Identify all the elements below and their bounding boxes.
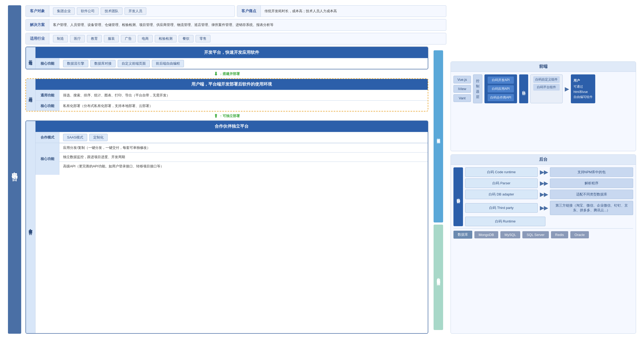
user-block: 用户端 用户端，平台端开发部署后软件的使用环境 通用功能 筛选、搜索、排序、统计… [26,79,428,111]
backend-title: 后台 [451,155,636,165]
arrow-up-icon: ⬆ [214,113,218,119]
backend-row-4: 白码 Third party ▶▶ 第三方链接（淘宝、微信、企业微信、钉钉、京东… [465,201,633,215]
customer-pain-row: 客户痛点 传统开发耗时长，成本高；技术人员人力成本高 [237,5,446,17]
component-box: 白码自定义组件 白码平台组件 [530,74,563,103]
user-desc-box: 用户 可通过html和vue自由编写组件 [571,74,595,103]
tech-framework-label: 技术框架 [434,50,443,222]
tag-advertising: 广告 [121,35,136,42]
api-app: 白码应用API [488,85,514,92]
lib-vant: Vant [453,94,471,102]
customer-target-label: 客户对象 [26,6,49,17]
lib-vuejs: Vue.js [453,76,471,83]
backend-row-1: 白码 Code runtime ▶▶ 支持NPM库中的包 [465,167,633,177]
database-row: 数据库 MongoDB MySQL SQL Server Redis Oracl… [453,228,633,239]
backend-box: 后台 白码自研 白码 Code runtime ▶▶ 支持NPM库中的包 [451,154,636,334]
platform-section: 平台端 开发平台，快速开发应用软件 核心功能 数据流引擎 数据库对接 自定义前端… [25,47,428,69]
partner-core-row: 核心功能 应用分发/复制（一键分发，一键交付，每套可单独修改） 独立数据监控，跟… [36,143,428,175]
tag-medical: 医疗 [70,35,85,42]
platform-block-label: 平台端 [26,47,36,69]
db-mysql: MySQL [500,231,520,238]
desc-npm: 支持NPM库中的包 [550,167,633,177]
module-db-adapter: 白码 DB adapter [465,190,538,199]
module-parser: 白码 Parser [465,179,538,188]
partner-item-2: 独立数据监控，跟进项目进度、开发周期 [59,153,428,162]
tag-saas: SAAS模式 [63,134,87,141]
distribute-label: 分发复制数据监控 [434,225,443,330]
partner-item-1: 应用分发/复制（一键分发，一键交付，每套可单独修改） [59,143,428,153]
platform-core-row: 核心功能 数据流引擎 数据库对接 自定义前端页面 前后端自由编程 [36,58,428,69]
controller-label2: 制 [476,84,479,89]
tag-clothing: 服装 [104,35,119,42]
tag-db-connect: 数据库对接 [90,60,116,67]
arrow-down-icon: ⬇ [214,71,218,77]
industry-label: 适用行业 [26,33,49,44]
api-partner: 白码合作商API [488,94,514,101]
db-redis: Redis [551,231,568,238]
frontend-inner: Vue.js iView Vant 控 制 器 层 [453,74,633,103]
db-sqlserver: SQL Server [522,231,549,238]
module-code-runtime: 白码 Code runtime [465,167,538,177]
controller-box: 控 制 器 层 [473,74,482,103]
controller-label4: 层 [476,95,479,99]
user-core-content: 私有化部署（分布式私有化部署，支持本地部署、云部署） [59,102,428,110]
right-spacer [451,5,636,58]
arrow-up-text: ↑ 可独立部署 [220,114,240,118]
backend-row-2: 白码 Parser ▶▶ 解析程序 [465,179,633,188]
partner-item-3: 高级API（更完善的API功能。如用户登录接口、转移项目接口等） [59,162,428,171]
sidebar-label: 白码平台 [8,5,21,334]
arrow-right-4: ▶▶ [540,205,548,211]
db-oracle: Oracle [570,231,589,238]
user-block-label: 用户端 [26,79,36,111]
industry-row: 适用行业 制造 医疗 教育 服装 广告 电商 检验检测 餐饮 零售 [25,33,446,44]
tag-group-enterprise: 集团企业 [53,7,75,15]
comp-custom: 白码自定义组件 [533,76,560,83]
tag-developer: 开发人员 [125,7,146,15]
arrow-up-label: ⬆ ↑ 可独立部署 [25,111,428,121]
tag-catering: 餐饮 [179,35,193,42]
partner-coop-row: 合作模式 SAAS模式 定制化 [36,132,428,143]
self-research-backend: 白码自研 [453,167,463,226]
tag-free-coding: 前后端自由编程 [152,60,184,67]
solution-label: 解决方案 [26,19,49,30]
tag-inspection: 检验检测 [155,35,177,42]
comp-platform: 白码平台组件 [533,84,560,91]
user-core-label: 核心功能 [36,101,59,111]
desc-third-party: 第三方链接（淘宝、微信、企业微信、钉钉、京东、拼多多、腾讯云...） [550,201,633,215]
user-header: 用户端，平台端开发部署后软件的使用环境 [36,79,428,90]
partner-section: 合作商平台 合作伙伴独立平台 合作模式 SAAS模式 定制化 [25,121,428,334]
arrow-down-label: ⬇ ↓ 搭建并部署 [25,69,428,78]
tag-software-company: 软件公司 [77,7,99,15]
partner-block-label: 合作商平台 [26,121,36,333]
api-dev: 白码开发API [488,77,514,84]
frontend-content: Vue.js iView Vant 控 制 器 层 [451,72,636,106]
tag-ecommerce: 电商 [138,35,153,42]
customer-target-content: 集团企业 软件公司 技术团队 开发人员 [49,6,235,17]
partner-core-label: 核心功能 [36,143,59,175]
user-desc-text: 可通过html和vue自由编写组件 [574,84,593,100]
desc-parser: 解析程序 [550,179,633,188]
user-desc-title: 用户 [574,78,593,83]
backend-grid: 白码自研 白码 Code runtime ▶▶ 支持NPM库中的包 白 [453,167,633,226]
db-mongodb: MongoDB [474,231,498,238]
frontend-title: 前端 [451,62,636,72]
backend-content: 白码自研 白码 Code runtime ▶▶ 支持NPM库中的包 白 [451,165,636,242]
tag-retail: 零售 [196,35,210,42]
lib-iview: iView [453,85,471,93]
arrow-right-3: ▶▶ [540,191,548,198]
tag-education: 教育 [87,35,102,42]
db-label: 数据库 [453,231,472,239]
self-research-frontend: 白码自研 [519,74,528,103]
industry-content: 制造 医疗 教育 服装 广告 电商 检验检测 餐饮 零售 [49,33,446,44]
partner-block: 合作商平台 合作伙伴独立平台 合作模式 SAAS模式 定制化 [26,121,428,333]
customer-pain-text: 传统开发耗时长，成本高；技术人员人力成本高 [264,8,337,15]
customer-target-row: 客户对象 集团企业 软件公司 技术团队 开发人员 [25,5,235,17]
platform-header: 开发平台，快速开发应用软件 [36,47,428,58]
tag-data-flow: 数据流引擎 [63,60,88,67]
connector-area: 技术框架 分发复制数据监控 [430,47,446,334]
tag-tech-team: 技术团队 [101,7,122,15]
tag-custom-frontend: 自定义前端页面 [118,60,150,67]
user-core-row: 核心功能 私有化部署（分布式私有化部署，支持本地部署、云部署） [36,100,428,111]
user-core-text: 私有化部署（分布式私有化部署，支持本地部署、云部署） [63,104,153,108]
user-general-content: 筛选、搜索、排序、统计、图表、打印、导出（平台自带，无需开发） [59,91,428,99]
arrow-down-text: ↓ 搭建并部署 [220,72,240,76]
